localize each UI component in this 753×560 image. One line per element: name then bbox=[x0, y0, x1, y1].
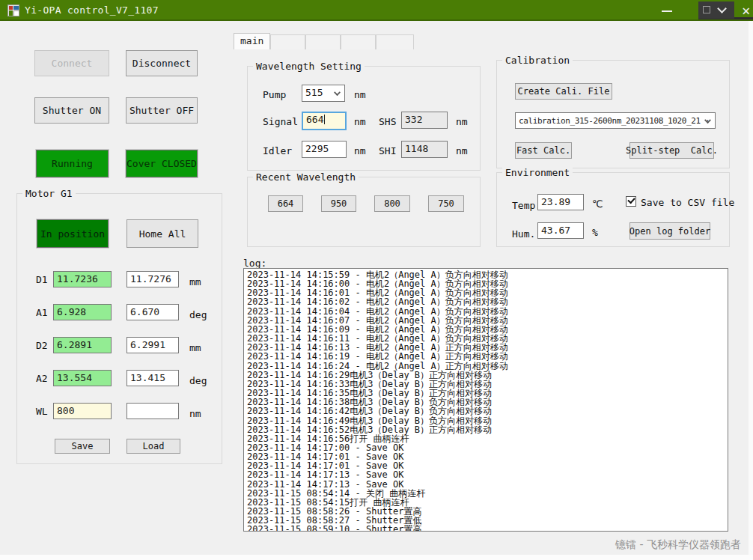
motor-row-label: D2 bbox=[36, 340, 48, 351]
log-entry: 2023-11-14 14:16:02 - 电机2（Angel A）负方向相对移… bbox=[247, 297, 728, 306]
save-button[interactable]: Save bbox=[55, 439, 110, 454]
wavelength-group: Wavelength Setting Pump 515 nm Signal 66… bbox=[247, 66, 481, 171]
motor-current-field[interactable]: 800 bbox=[53, 403, 112, 419]
recent-wavelength-button[interactable]: 750 bbox=[428, 195, 464, 212]
titlebar: Yi-OPA control_V7_1107 bbox=[0, 0, 753, 21]
cover-status-button[interactable]: Cover CLOSED bbox=[126, 150, 198, 177]
load-button[interactable]: Load bbox=[126, 439, 180, 454]
calibration-file-value: calibration_315-2600nm_20231108_1020_21 … bbox=[519, 116, 710, 126]
signal-unit: nm bbox=[354, 116, 366, 127]
motor-group-title: Motor G1 bbox=[22, 188, 76, 199]
idler-unit: nm bbox=[354, 145, 366, 156]
hum-unit: % bbox=[592, 227, 598, 238]
close-button[interactable] bbox=[738, 1, 753, 20]
motor-target-field[interactable] bbox=[126, 403, 179, 419]
recent-wavelength-button[interactable]: 950 bbox=[321, 195, 356, 212]
maximize-icon[interactable] bbox=[703, 6, 710, 13]
shs-unit: nm bbox=[456, 116, 468, 127]
environment-group: Environment Temp. 23.89 ℃ Save to CSV fi… bbox=[496, 172, 730, 247]
pump-label: Pump bbox=[263, 89, 286, 100]
motor-target-field[interactable]: 13.415 bbox=[126, 370, 179, 386]
motor-current-field[interactable]: 6.928 bbox=[53, 304, 112, 320]
motor-group: Motor G1 In position Home All D1 11.7236… bbox=[16, 193, 222, 464]
motor-row-label: WL bbox=[36, 406, 48, 417]
motor-row-unit: mm bbox=[189, 342, 201, 353]
wavelength-group-title: Wavelength Setting bbox=[253, 61, 365, 72]
shs-label: SHS bbox=[379, 116, 396, 127]
in-position-button[interactable]: In position bbox=[37, 219, 109, 248]
connect-button[interactable]: Connect bbox=[34, 50, 109, 76]
log-textbox[interactable]: 2023-11-14 14:15:59 - 电机2（Angel A）负方向相对移… bbox=[243, 268, 728, 532]
signal-value: 664 bbox=[306, 114, 323, 125]
temp-field[interactable]: 23.89 bbox=[537, 194, 584, 210]
shutter-off-button[interactable]: Shutter OFF bbox=[126, 97, 198, 124]
window-edge-bottom bbox=[0, 555, 753, 560]
motor-row-unit: deg bbox=[189, 309, 207, 320]
motor-row-unit: mm bbox=[189, 276, 201, 287]
chevron-down-icon[interactable] bbox=[717, 4, 727, 13]
disconnect-button[interactable]: Disconnect bbox=[126, 50, 198, 76]
window-controls[interactable] bbox=[698, 1, 734, 19]
save-csv-checkbox[interactable] bbox=[626, 196, 636, 207]
tab-empty-1[interactable] bbox=[270, 34, 305, 49]
split-step-calc-button[interactable]: Split-step Calc. bbox=[629, 142, 714, 159]
recent-wavelength-group: Recent Wavelength 664 950 800 750 bbox=[247, 177, 481, 247]
pump-value: 515 bbox=[305, 87, 323, 98]
idler-label: Idler bbox=[263, 145, 292, 156]
log-entry: 2023-11-15 08:59:10 - Shutter置高 bbox=[247, 525, 728, 532]
environment-group-title: Environment bbox=[502, 167, 573, 178]
signal-label: Signal bbox=[263, 116, 298, 127]
motor-current-field[interactable]: 11.7236 bbox=[53, 271, 112, 287]
text-caret bbox=[324, 115, 325, 124]
log-entry: 2023-11-14 14:17:13 - Save OK bbox=[247, 470, 728, 479]
log-label: log: bbox=[243, 258, 266, 269]
shi-label: SHI bbox=[379, 145, 396, 156]
running-status-button[interactable]: Running bbox=[36, 150, 109, 177]
log-entry: 2023-11-14 14:16:04 - 电机2（Angel A）负方向相对移… bbox=[247, 307, 728, 316]
motor-target-field[interactable]: 6.670 bbox=[126, 304, 179, 320]
tab-empty-2[interactable] bbox=[305, 34, 341, 49]
motor-target-field[interactable]: 11.7276 bbox=[126, 271, 179, 287]
tab-empty-4[interactable] bbox=[376, 34, 414, 49]
shs-field[interactable]: 332 bbox=[401, 112, 448, 129]
signal-input[interactable]: 664 bbox=[302, 112, 347, 130]
hum-label: Hum. bbox=[512, 228, 535, 240]
shutter-on-button[interactable]: Shutter ON bbox=[34, 97, 109, 124]
log-entry: 2023-11-14 14:16:52电机3（Delay B）正方向相对移动 bbox=[247, 425, 728, 434]
chevron-down-icon bbox=[334, 89, 341, 96]
motor-target-field[interactable]: 6.2991 bbox=[126, 337, 179, 353]
log-entry: 2023-11-14 14:16:42电机3（Delay B）负方向相对移动 bbox=[247, 407, 728, 416]
motor-current-field[interactable]: 13.554 bbox=[53, 370, 112, 386]
create-cali-file-button[interactable]: Create Cali. File bbox=[515, 83, 612, 100]
calibration-group: Calibration Create Cali. File calibratio… bbox=[496, 60, 730, 168]
tab-main[interactable]: main bbox=[234, 33, 270, 49]
pump-unit: nm bbox=[354, 89, 366, 100]
idler-input[interactable]: 2295 bbox=[302, 141, 347, 158]
open-log-folder-button[interactable]: Open log folder bbox=[629, 222, 710, 240]
log-entry: 2023-11-14 14:16:24 - 电机2（Angel A）正方向相对移… bbox=[247, 362, 728, 371]
shi-field[interactable]: 1148 bbox=[401, 141, 448, 158]
recent-wavelength-button[interactable]: 800 bbox=[374, 195, 410, 212]
recent-wavelength-button[interactable]: 664 bbox=[268, 195, 303, 212]
temp-unit: ℃ bbox=[592, 198, 603, 210]
brand-watermark: 镱镭 - 飞秒科学仪器领跑者 bbox=[615, 538, 741, 552]
log-entry: 2023-11-14 14:17:13 - Save OK bbox=[247, 480, 728, 489]
window-edge-right bbox=[749, 21, 753, 560]
calibration-group-title: Calibration bbox=[502, 55, 573, 66]
pump-select[interactable]: 515 bbox=[302, 85, 345, 102]
log-entry: 2023-11-14 14:16:19 - 电机2（Angel A）正方向相对移… bbox=[247, 352, 728, 361]
hum-field[interactable]: 43.67 bbox=[537, 222, 584, 239]
motor-row-unit: deg bbox=[189, 375, 207, 386]
log-entry: 2023-11-14 14:16:49电机3（Delay B）负方向相对移动 bbox=[247, 416, 728, 425]
shi-unit: nm bbox=[456, 145, 468, 156]
home-all-button[interactable]: Home All bbox=[126, 219, 198, 248]
motor-current-field[interactable]: 6.2891 bbox=[53, 337, 112, 353]
motor-row-label: A1 bbox=[36, 307, 48, 318]
calibration-file-select[interactable]: calibration_315-2600nm_20231108_1020_21 … bbox=[515, 112, 716, 129]
window-title: Yi-OPA control_V7_1107 bbox=[25, 4, 159, 16]
motor-row-label: D1 bbox=[36, 274, 48, 285]
tab-empty-3[interactable] bbox=[341, 34, 376, 49]
minimize-button[interactable] bbox=[656, 0, 678, 21]
fast-calc-button[interactable]: Fast Calc. bbox=[515, 142, 572, 159]
save-csv-label: Save to CSV file bbox=[641, 197, 734, 208]
